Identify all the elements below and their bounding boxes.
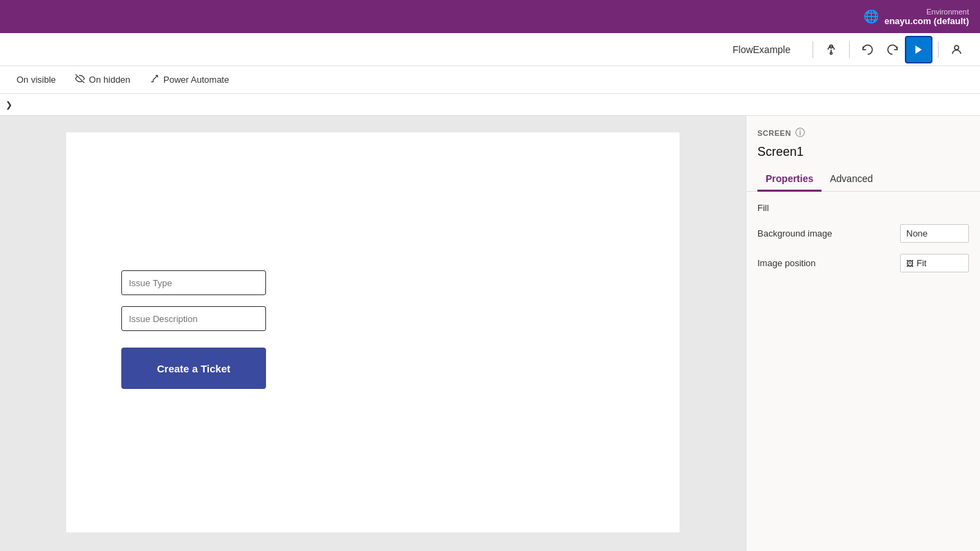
panel-section-label: SCREEN: [757, 129, 791, 137]
env-text: Environment enayu.com (default): [884, 8, 969, 26]
tab-power-automate[interactable]: Power Automate: [141, 71, 237, 88]
background-image-row: Background image None: [757, 224, 969, 243]
canvas-form: Create a Ticket: [121, 270, 266, 389]
image-position-label: Image position: [757, 258, 816, 268]
main-layout: Create a Ticket SCREEN ⓘ Screen1 Propert…: [0, 116, 980, 551]
toolbar-separator: [813, 41, 813, 58]
image-position-value[interactable]: 🖼 Fit: [900, 254, 969, 272]
issue-type-input[interactable]: [121, 270, 266, 295]
environment-info: 🌐 Environment enayu.com (default): [864, 8, 969, 26]
panel-tabs: Properties Advanced: [746, 168, 980, 192]
formula-input[interactable]: [18, 99, 974, 110]
right-panel: SCREEN ⓘ Screen1 Properties Advanced Fil…: [746, 116, 980, 551]
app-canvas: Create a Ticket: [66, 132, 680, 532]
image-position-row: Image position 🖼 Fit: [757, 254, 969, 272]
tab-advanced[interactable]: Advanced: [821, 168, 881, 192]
tab-properties[interactable]: Properties: [757, 168, 821, 192]
issue-description-input[interactable]: [121, 306, 266, 331]
create-ticket-button[interactable]: Create a Ticket: [121, 348, 266, 389]
background-image-value[interactable]: None: [900, 224, 969, 243]
power-automate-icon: [150, 74, 159, 86]
fill-label: Fill: [757, 203, 969, 213]
panel-header: SCREEN ⓘ: [746, 116, 980, 145]
image-icon: 🖼: [906, 259, 914, 268]
panel-screen-name: Screen1: [746, 145, 980, 168]
fill-field: Fill: [757, 203, 969, 213]
account-button[interactable]: [944, 37, 969, 62]
flow-name: FlowExample: [733, 44, 790, 55]
globe-icon: 🌐: [864, 9, 879, 24]
formula-chevron-icon: ❯: [6, 100, 12, 110]
toolbar: FlowExample: [0, 33, 980, 66]
svg-point-1: [830, 52, 833, 54]
svg-marker-2: [915, 46, 921, 54]
toolbar-separator3: [938, 41, 939, 58]
tab-on-visible[interactable]: On visible: [8, 72, 64, 88]
top-bar: 🌐 Environment enayu.com (default): [0, 0, 980, 33]
canvas-area: Create a Ticket: [0, 116, 746, 551]
tab-on-hidden[interactable]: On hidden: [67, 71, 139, 88]
env-label: Environment: [926, 8, 969, 16]
power-automate-label: Power Automate: [163, 74, 229, 85]
svg-point-3: [955, 46, 959, 50]
event-bar: On visible On hidden Power Automate: [0, 66, 980, 94]
on-hidden-label: On hidden: [89, 74, 130, 85]
formula-bar: ❯: [0, 94, 980, 116]
background-image-label: Background image: [757, 228, 832, 239]
help-icon[interactable]: ⓘ: [795, 127, 805, 139]
run-button[interactable]: [905, 36, 932, 63]
undo-button[interactable]: [855, 37, 880, 62]
env-name: enayu.com (default): [884, 16, 969, 26]
toolbar-separator2: [849, 41, 850, 58]
redo-button[interactable]: [880, 37, 905, 62]
on-visible-label: On visible: [17, 74, 56, 85]
stethoscope-button[interactable]: [819, 37, 844, 62]
panel-content: Fill Background image None Image positio…: [746, 192, 980, 283]
on-hidden-icon: [75, 74, 85, 86]
